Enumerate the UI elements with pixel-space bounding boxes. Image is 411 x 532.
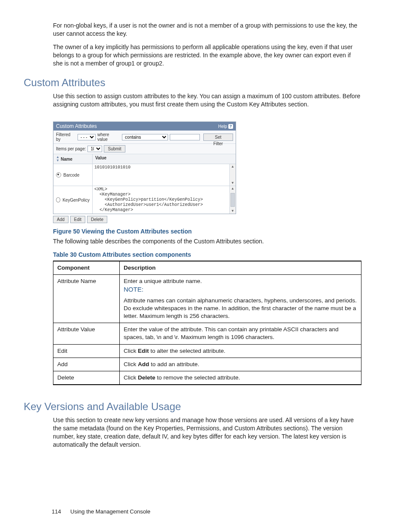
- custom-attributes-panel: Custom Attributes Help ? Filtered by - -…: [53, 121, 361, 223]
- table-row: Edit Click Edit to alter the selected at…: [53, 344, 361, 358]
- attr-value-cell[interactable]: <XML> <KeyManager> <KeyGenPolicy>partiti…: [93, 186, 234, 213]
- th-description: Description: [120, 261, 361, 275]
- add-button[interactable]: Add: [53, 216, 68, 223]
- help-link[interactable]: Help ?: [218, 124, 233, 129]
- table-caption: Table 30 Custom Attributes section compo…: [53, 251, 361, 259]
- note-label: NOTE:: [124, 286, 143, 293]
- filter-field-select[interactable]: - - - -: [78, 134, 96, 140]
- footer-title: Using the Management Console: [70, 508, 150, 515]
- scrollbar[interactable]: ▲ ▼: [229, 186, 236, 214]
- scroll-down-icon: ▼: [230, 180, 236, 186]
- page-number: 114: [52, 508, 61, 515]
- components-table: Component Description Attribute Name Ent…: [53, 261, 361, 385]
- col-header-name[interactable]: ▲▼ Name: [53, 154, 93, 164]
- filtered-by-label: Filtered by: [56, 132, 76, 142]
- table-row: Barcode 10101010101010 ▲ ▼: [53, 164, 236, 186]
- filter-value-input[interactable]: [170, 134, 200, 140]
- scroll-up-icon: ▲: [230, 186, 236, 191]
- table-row: Delete Click Delete to remove the select…: [53, 371, 361, 385]
- row-radio[interactable]: [56, 172, 61, 177]
- sort-icon: ▲▼: [56, 156, 59, 162]
- body-paragraph: For non-global keys, if a user is not th…: [53, 22, 361, 38]
- table-row: Attribute Value Enter the value of the a…: [53, 323, 361, 344]
- scrollbar[interactable]: ▲ ▼: [229, 164, 236, 186]
- col-header-value: Value: [93, 154, 236, 164]
- table-row: Add Click Add to add an attribute.: [53, 358, 361, 371]
- page-footer: 114 Using the Management Console: [52, 508, 150, 515]
- attr-name-cell: KeyGenPolicy: [62, 198, 90, 202]
- scroll-down-icon: ▼: [230, 208, 236, 214]
- body-paragraph: The owner of a key implicitly has permis…: [53, 43, 361, 68]
- delete-button[interactable]: Delete: [87, 216, 107, 223]
- row-radio[interactable]: [56, 197, 60, 202]
- figure-caption: Figure 50 Viewing the Custom Attributes …: [53, 227, 361, 236]
- set-filter-button[interactable]: Set Filter: [203, 134, 233, 141]
- help-icon: ?: [228, 124, 233, 129]
- where-value-label: where value: [97, 132, 120, 142]
- body-paragraph: Use this section to assign custom attrib…: [53, 92, 361, 109]
- scroll-up-icon: ▲: [230, 164, 236, 169]
- attr-name-cell: Barcode: [63, 173, 79, 177]
- table-row: KeyGenPolicy <XML> <KeyManager> <KeyGenP…: [53, 186, 236, 214]
- items-per-page-select[interactable]: 10: [87, 146, 102, 152]
- edit-button[interactable]: Edit: [70, 216, 85, 223]
- panel-title: Custom Attributes: [56, 123, 97, 129]
- attr-value-cell[interactable]: 10101010101010: [93, 164, 234, 185]
- heading-key-versions: Key Versions and Available Usage: [24, 401, 361, 413]
- submit-button[interactable]: Submit: [104, 145, 125, 152]
- table-row: Attribute Name Enter a unique attribute …: [53, 275, 361, 323]
- items-per-page-label: Items per page:: [56, 146, 86, 151]
- th-component: Component: [53, 261, 120, 275]
- filter-op-select[interactable]: contains: [122, 134, 168, 140]
- body-paragraph: The following table describes the compon…: [53, 237, 361, 246]
- heading-custom-attributes: Custom Attributes: [24, 77, 361, 89]
- body-paragraph: Use this section to create new key versi…: [53, 416, 361, 449]
- scroll-thumb[interactable]: [230, 193, 235, 207]
